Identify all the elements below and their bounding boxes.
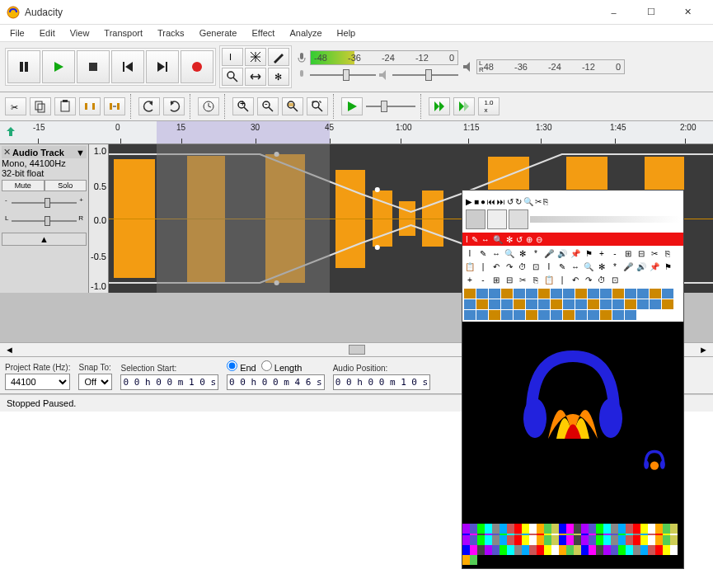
multi-tool[interactable]: ✻ (268, 68, 289, 86)
menu-edit[interactable]: Edit (33, 26, 62, 40)
mute-button[interactable]: Mute (2, 180, 45, 191)
menu-generate[interactable]: Generate (193, 26, 244, 40)
maximize-button[interactable]: ☐ (632, 1, 669, 24)
svg-rect-24 (92, 103, 95, 110)
timeshift-tool[interactable] (245, 68, 266, 86)
svg-point-42 (312, 101, 319, 108)
undo-button[interactable] (138, 97, 160, 115)
envelope-tool[interactable] (245, 48, 266, 66)
audacity-icon (7, 6, 20, 19)
svg-text:✻: ✻ (274, 72, 282, 82)
svg-rect-2 (25, 62, 28, 72)
skip-start-button[interactable] (111, 50, 144, 83)
svg-rect-22 (63, 100, 68, 102)
record-meter[interactable]: L R -48-36-24-120 (310, 50, 458, 65)
length-radio[interactable]: Length (261, 360, 303, 373)
audio-position-label: Audio Position: (333, 364, 431, 373)
skip-end-button[interactable] (146, 50, 179, 83)
mic-icon (295, 51, 308, 64)
selection-end-value[interactable]: 0 0 h 0 0 m 4 6 s (227, 374, 325, 390)
playback-speed-slider[interactable] (366, 98, 415, 115)
svg-marker-17 (463, 62, 470, 72)
play-append-button[interactable] (453, 97, 475, 115)
snap-label: Snap To: (78, 363, 112, 372)
color-palette-2 (462, 535, 683, 565)
svg-rect-15 (300, 70, 303, 77)
menu-transport[interactable]: Transport (97, 26, 149, 40)
vertical-scale[interactable]: 1.0 0.5 0.0 -0.5 -1.0 (89, 144, 109, 293)
zoom-fit-button[interactable] (307, 97, 328, 115)
output-gain-slider[interactable] (392, 67, 458, 83)
mic-gain-slider[interactable] (310, 67, 376, 83)
silence-button[interactable] (104, 97, 125, 115)
toolbar-row-2: ✂ + - 1.0x (0, 92, 713, 121)
svg-line-12 (233, 78, 237, 82)
record-button[interactable] (181, 50, 213, 83)
svg-rect-41 (288, 103, 293, 106)
gain-slider[interactable]: -+ (5, 196, 83, 209)
transport-toolbar (5, 48, 216, 86)
svg-text:✂: ✂ (11, 102, 18, 112)
toolbar-row-1: I ✻ L R -48-36-24-120 L R -48-36-24-120 (0, 41, 713, 92)
track-close-button[interactable]: ✕ (3, 147, 11, 158)
svg-line-43 (318, 107, 322, 111)
track-menu-dropdown[interactable]: ▼ (76, 148, 85, 158)
svg-rect-27 (117, 103, 120, 110)
end-radio[interactable]: End (227, 360, 256, 373)
cut-button[interactable]: ✂ (5, 97, 26, 115)
menu-view[interactable]: View (63, 26, 96, 40)
overlay-red-toolbar: I✎↔🔍✻↺⊕⊖ (462, 233, 683, 246)
svg-rect-14 (300, 53, 303, 59)
solo-button[interactable]: Solo (45, 180, 87, 191)
menu-analyze[interactable]: Analyze (283, 26, 328, 40)
audacity-logo-large (515, 332, 631, 447)
sync-lock-button[interactable] (198, 97, 219, 115)
redo-button[interactable] (163, 97, 185, 115)
play-cut-preview-button[interactable] (429, 97, 450, 115)
tools-toolbar: I ✻ (219, 45, 292, 88)
collapse-button[interactable]: ▲ (2, 233, 87, 246)
zoom-tool[interactable] (222, 68, 243, 86)
timeline-ruler[interactable]: -1501530451:001:151:301:452:00 (0, 121, 713, 144)
stop-button[interactable] (77, 50, 110, 83)
zoom-sel-button[interactable] (282, 97, 303, 115)
speed-indicator[interactable]: 1.0x (478, 97, 500, 115)
menu-tracks[interactable]: Tracks (151, 26, 191, 40)
svg-rect-21 (61, 101, 69, 111)
svg-rect-8 (166, 62, 167, 72)
svg-marker-45 (434, 101, 439, 111)
minimize-button[interactable]: – (595, 1, 632, 24)
pan-slider[interactable]: LR (5, 214, 83, 228)
svg-line-32 (209, 106, 211, 107)
menubar: File Edit View Transport Tracks Generate… (0, 25, 713, 41)
svg-marker-3 (54, 62, 63, 72)
titlebar: Audacity – ☐ ✕ (0, 0, 713, 25)
trim-button[interactable] (79, 97, 101, 115)
audio-position-value[interactable]: 0 0 h 0 0 m 1 0 s (333, 374, 431, 390)
paste-button[interactable] (54, 97, 76, 115)
selection-start-value[interactable]: 0 0 h 0 0 m 1 0 s (120, 374, 218, 390)
zoom-in-button[interactable]: + (232, 97, 254, 115)
close-button[interactable]: ✕ (669, 1, 706, 24)
menu-help[interactable]: Help (331, 26, 363, 40)
selection-tool[interactable]: I (222, 48, 243, 66)
track-name[interactable]: Audio Track (12, 148, 64, 158)
project-rate-select[interactable]: 44100 (5, 374, 70, 390)
play-meter[interactable]: L R -48-36-24-120 (476, 59, 625, 74)
pause-button[interactable] (7, 50, 40, 83)
play-region-button[interactable] (341, 97, 363, 115)
draw-tool[interactable] (268, 48, 289, 66)
svg-marker-7 (157, 62, 165, 72)
svg-point-56 (644, 460, 649, 468)
svg-point-11 (228, 72, 234, 78)
snap-select[interactable]: Off (78, 374, 112, 390)
track-format: Mono, 44100Hz (2, 158, 87, 168)
menu-effect[interactable]: Effect (246, 26, 282, 40)
svg-line-37 (269, 107, 273, 111)
svg-point-52 (375, 187, 380, 192)
copy-button[interactable] (30, 97, 51, 115)
play-button[interactable] (42, 50, 75, 83)
zoom-out-button[interactable]: - (257, 97, 279, 115)
menu-file[interactable]: File (3, 26, 31, 40)
sprite-sheet-overlay[interactable]: ▶■●⏮⏭↺↻🔍✂⎘ I✎↔🔍✻↺⊕⊖ I✎↔🔍✻*🎤🔊📌⚑+ - ⊞⊟✂⎘📋|… (462, 190, 684, 569)
